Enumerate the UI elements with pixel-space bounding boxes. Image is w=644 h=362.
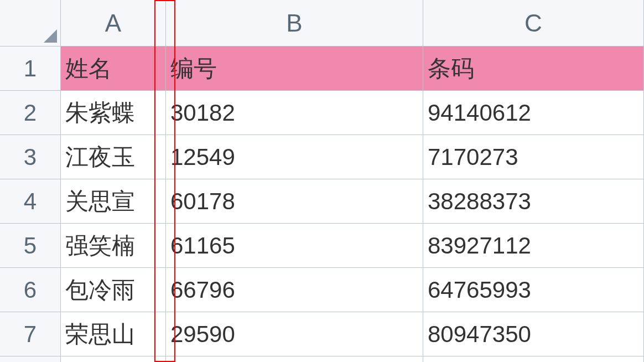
row-header-3[interactable]: 3 — [0, 135, 61, 179]
cell-a5[interactable]: 强笑楠 — [60, 223, 166, 268]
cell-a2[interactable]: 朱紫蝶 — [60, 90, 166, 135]
cell-b1[interactable]: 编号 — [165, 46, 423, 91]
cell-a8[interactable]: 李春华 — [60, 356, 166, 362]
cell-c2[interactable]: 94140612 — [423, 90, 644, 135]
cell-b3[interactable]: 12549 — [165, 135, 423, 179]
cell-a6[interactable]: 包冷雨 — [60, 267, 166, 312]
row-header-5[interactable]: 5 — [0, 223, 61, 268]
cell-b6[interactable]: 66796 — [165, 267, 423, 312]
cell-c3[interactable]: 7170273 — [423, 135, 644, 179]
column-header-b[interactable]: B — [165, 0, 423, 46]
cell-a4[interactable]: 关思宣 — [60, 179, 166, 224]
row-header-2[interactable]: 2 — [0, 90, 61, 135]
cell-b7[interactable]: 29590 — [165, 312, 423, 356]
corner-triangle-icon — [44, 29, 57, 43]
cell-b5[interactable]: 61165 — [165, 223, 423, 268]
cell-c4[interactable]: 38288373 — [423, 179, 644, 224]
cell-a3[interactable]: 江夜玉 — [60, 135, 166, 179]
spreadsheet-grid[interactable]: A B C 1 姓名 编号 条码 2 朱紫蝶 30182 94140612 3 … — [0, 0, 644, 362]
column-header-c[interactable]: C — [423, 0, 644, 46]
cell-b4[interactable]: 60178 — [165, 179, 423, 224]
row-header-7[interactable]: 7 — [0, 312, 61, 356]
cell-c8[interactable]: 41245915 — [423, 356, 644, 362]
cell-c1[interactable]: 条码 — [423, 46, 644, 91]
cell-c6[interactable]: 64765993 — [423, 267, 644, 312]
row-header-6[interactable]: 6 — [0, 267, 61, 312]
cell-c7[interactable]: 80947350 — [423, 312, 644, 356]
column-header-a[interactable]: A — [60, 0, 166, 46]
row-header-1[interactable]: 1 — [0, 46, 61, 91]
cell-a1[interactable]: 姓名 — [60, 46, 166, 91]
row-header-8[interactable]: 8 — [0, 356, 61, 362]
cell-a7[interactable]: 荣思山 — [60, 312, 166, 356]
cell-c5[interactable]: 83927112 — [423, 223, 644, 268]
select-all-corner[interactable] — [0, 0, 61, 46]
row-header-4[interactable]: 4 — [0, 179, 61, 224]
cell-b8[interactable]: 16567 — [165, 356, 423, 362]
cell-b2[interactable]: 30182 — [165, 90, 423, 135]
